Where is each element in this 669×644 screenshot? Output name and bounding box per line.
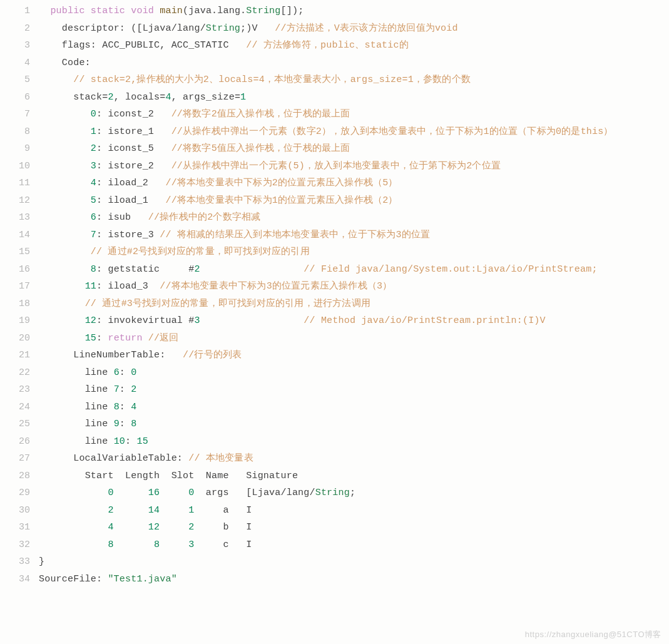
line-number: 11 [0, 175, 39, 192]
line-number: 18 [0, 295, 39, 313]
code-content: Code: [39, 54, 669, 72]
line-number: 14 [0, 227, 39, 244]
code-line: 33 } [0, 553, 669, 571]
code-line: 25 line 9: 8 [0, 416, 669, 433]
line-number: 4 [0, 54, 39, 72]
line-number: 8 [0, 123, 39, 141]
line-number: 3 [0, 37, 39, 54]
code-line: 23 line 7: 2 [0, 381, 669, 399]
code-line: 3 flags: ACC_PUBLIC, ACC_STATIC // 方法修饰符… [0, 37, 669, 54]
code-line: 13 6: isub //操作栈中的2个数字相减 [0, 209, 669, 227]
code-line: 5 // stack=2,操作栈的大小为2、locals=4，本地变量表大小，a… [0, 71, 669, 89]
code-content: line 7: 2 [39, 381, 669, 399]
line-number: 13 [0, 209, 39, 227]
code-content: 8: getstatic #2 // Field java/lang/Syste… [39, 261, 669, 279]
code-content: 6: isub //操作栈中的2个数字相减 [39, 209, 669, 227]
line-number: 6 [0, 89, 39, 106]
code-line: 1 public static void main(java.lang.Stri… [0, 3, 669, 20]
code-content: 4 12 2 b I [39, 519, 669, 536]
code-content: 8 8 3 c I [39, 536, 669, 554]
line-number: 31 [0, 519, 39, 536]
code-line: 27 LocalVariableTable: // 本地变量表 [0, 450, 669, 468]
code-editor: 1 public static void main(java.lang.Stri… [0, 0, 669, 594]
line-number: 22 [0, 364, 39, 382]
code-content: 7: istore_3 // 将相减的结果压入到本地本地变量表中，位于下标为3的… [39, 227, 669, 244]
code-content: 15: return //返回 [39, 330, 669, 347]
line-number: 21 [0, 347, 39, 364]
line-number: 15 [0, 243, 39, 261]
code-content: 0 16 0 args [Ljava/lang/String; [39, 484, 669, 502]
code-line: 16 8: getstatic #2 // Field java/lang/Sy… [0, 261, 669, 279]
line-number: 9 [0, 140, 39, 158]
code-content: 0: iconst_2 //将数字2值压入操作栈，位于栈的最上面 [39, 106, 669, 123]
code-content: public static void main(java.lang.String… [39, 3, 669, 20]
line-number: 10 [0, 158, 39, 175]
code-content: // 通过#3号找到对应的常量，即可找到对应的引用，进行方法调用 [39, 295, 669, 313]
line-number: 30 [0, 502, 39, 519]
line-number: 7 [0, 106, 39, 123]
code-line: 12 5: iload_1 //将本地变量表中下标为1的位置元素压入操作栈（2） [0, 192, 669, 210]
code-line: 7 0: iconst_2 //将数字2值压入操作栈，位于栈的最上面 [0, 106, 669, 123]
line-number: 28 [0, 468, 39, 485]
line-number: 16 [0, 261, 39, 279]
line-number: 27 [0, 450, 39, 468]
code-line: 24 line 8: 4 [0, 399, 669, 416]
code-line: 29 0 16 0 args [Ljava/lang/String; [0, 484, 669, 502]
line-number: 25 [0, 416, 39, 433]
code-line: 2 descriptor: ([Ljava/lang/String;)V //方… [0, 20, 669, 38]
line-number: 23 [0, 381, 39, 399]
code-line: 18 // 通过#3号找到对应的常量，即可找到对应的引用，进行方法调用 [0, 295, 669, 313]
line-number: 5 [0, 71, 39, 89]
code-content: SourceFile: "Test1.java" [39, 571, 669, 588]
code-line: 9 2: iconst_5 //将数字5值压入操作栈，位于栈的最上面 [0, 140, 669, 158]
code-content: line 6: 0 [39, 364, 669, 382]
code-content: 2 14 1 a I [39, 502, 669, 519]
code-content: 2: iconst_5 //将数字5值压入操作栈，位于栈的最上面 [39, 140, 669, 158]
code-content: stack=2, locals=4, args_size=1 [39, 89, 669, 106]
line-number: 33 [0, 553, 39, 571]
code-content: } [39, 553, 669, 571]
code-line: 31 4 12 2 b I [0, 519, 669, 536]
code-content: LocalVariableTable: // 本地变量表 [39, 450, 669, 468]
code-line: 10 3: istore_2 //从操作栈中弹出一个元素(5)，放入到本地变量表… [0, 158, 669, 175]
line-number: 12 [0, 192, 39, 210]
line-number: 2 [0, 20, 39, 38]
code-content: // stack=2,操作栈的大小为2、locals=4，本地变量表大小，arg… [39, 71, 669, 89]
line-number: 29 [0, 484, 39, 502]
code-content: 11: iload_3 //将本地变量表中下标为3的位置元素压入操作栈（3） [39, 278, 669, 295]
code-content: 4: iload_2 //将本地变量表中下标为2的位置元素压入操作栈（5） [39, 175, 669, 192]
line-number: 32 [0, 536, 39, 554]
code-line: 19 12: invokevirtual #3 // Method java/i… [0, 312, 669, 330]
code-line: 22 line 6: 0 [0, 364, 669, 382]
code-content: Start Length Slot Name Signature [39, 468, 669, 485]
code-line: 14 7: istore_3 // 将相减的结果压入到本地本地变量表中，位于下标… [0, 227, 669, 244]
code-line: 20 15: return //返回 [0, 330, 669, 347]
code-line: 30 2 14 1 a I [0, 502, 669, 519]
code-line: 11 4: iload_2 //将本地变量表中下标为2的位置元素压入操作栈（5） [0, 175, 669, 192]
code-content: LineNumberTable: //行号的列表 [39, 347, 669, 364]
code-line: 34 SourceFile: "Test1.java" [0, 571, 669, 588]
code-line: 21 LineNumberTable: //行号的列表 [0, 347, 669, 364]
code-line: 15 // 通过#2号找到对应的常量，即可找到对应的引用 [0, 243, 669, 261]
code-line: 28 Start Length Slot Name Signature [0, 468, 669, 485]
code-content: line 10: 15 [39, 433, 669, 451]
code-content: line 9: 8 [39, 416, 669, 433]
code-content: descriptor: ([Ljava/lang/String;)V //方法描… [39, 20, 669, 38]
code-content: line 8: 4 [39, 399, 669, 416]
line-number: 26 [0, 433, 39, 451]
code-content: // 通过#2号找到对应的常量，即可找到对应的引用 [39, 243, 669, 261]
code-line: 4 Code: [0, 54, 669, 72]
line-number: 17 [0, 278, 39, 295]
line-number: 1 [0, 3, 39, 20]
code-content: 1: istore_1 //从操作栈中弹出一个元素（数字2），放入到本地变量表中… [39, 123, 669, 141]
code-content: flags: ACC_PUBLIC, ACC_STATIC // 方法修饰符，p… [39, 37, 669, 54]
line-number: 34 [0, 571, 39, 588]
line-number: 19 [0, 312, 39, 330]
code-line: 6 stack=2, locals=4, args_size=1 [0, 89, 669, 106]
line-number: 20 [0, 330, 39, 347]
code-line: 26 line 10: 15 [0, 433, 669, 451]
code-content: 12: invokevirtual #3 // Method java/io/P… [39, 312, 669, 330]
code-line: 8 1: istore_1 //从操作栈中弹出一个元素（数字2），放入到本地变量… [0, 123, 669, 141]
line-number: 24 [0, 399, 39, 416]
code-line: 32 8 8 3 c I [0, 536, 669, 554]
